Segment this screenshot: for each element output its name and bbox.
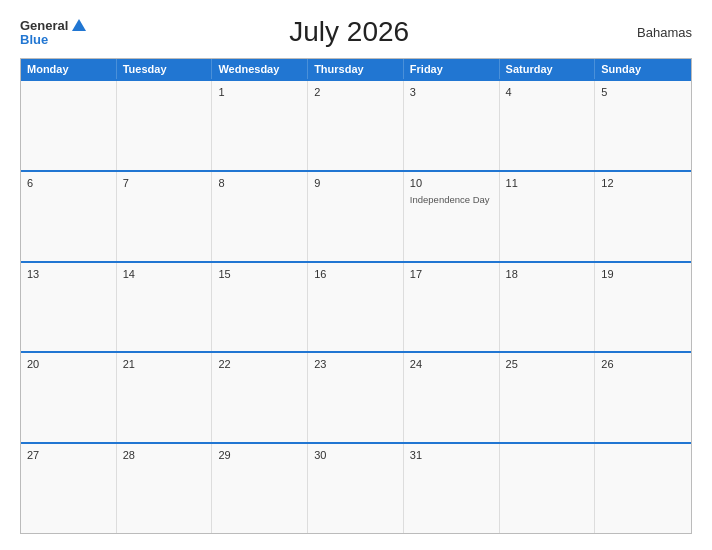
day-header-sunday: Sunday bbox=[595, 59, 691, 79]
week-row-4: 20212223242526 bbox=[21, 351, 691, 442]
day-header-tuesday: Tuesday bbox=[117, 59, 213, 79]
day-cell: 30 bbox=[308, 444, 404, 533]
weeks-container: 12345678910Independence Day1112131415161… bbox=[21, 79, 691, 533]
day-number: 8 bbox=[218, 177, 301, 189]
day-cell: 10Independence Day bbox=[404, 172, 500, 261]
day-cell: 29 bbox=[212, 444, 308, 533]
day-cell: 7 bbox=[117, 172, 213, 261]
day-cell bbox=[500, 444, 596, 533]
day-cell: 23 bbox=[308, 353, 404, 442]
day-headers-row: MondayTuesdayWednesdayThursdayFridaySatu… bbox=[21, 59, 691, 79]
day-number: 12 bbox=[601, 177, 685, 189]
day-cell: 6 bbox=[21, 172, 117, 261]
day-cell: 18 bbox=[500, 263, 596, 352]
day-cell: 4 bbox=[500, 81, 596, 170]
day-cell: 24 bbox=[404, 353, 500, 442]
day-cell: 11 bbox=[500, 172, 596, 261]
day-number: 22 bbox=[218, 358, 301, 370]
week-row-5: 2728293031 bbox=[21, 442, 691, 533]
day-cell: 21 bbox=[117, 353, 213, 442]
day-number: 21 bbox=[123, 358, 206, 370]
day-number: 27 bbox=[27, 449, 110, 461]
day-cell: 26 bbox=[595, 353, 691, 442]
day-number: 19 bbox=[601, 268, 685, 280]
day-cell bbox=[21, 81, 117, 170]
day-header-saturday: Saturday bbox=[500, 59, 596, 79]
day-number: 2 bbox=[314, 86, 397, 98]
day-number: 23 bbox=[314, 358, 397, 370]
day-event: Independence Day bbox=[410, 194, 493, 206]
day-header-friday: Friday bbox=[404, 59, 500, 79]
day-cell: 27 bbox=[21, 444, 117, 533]
day-number: 18 bbox=[506, 268, 589, 280]
day-number: 7 bbox=[123, 177, 206, 189]
day-header-thursday: Thursday bbox=[308, 59, 404, 79]
day-cell: 14 bbox=[117, 263, 213, 352]
logo-triangle-icon bbox=[72, 19, 86, 31]
day-cell: 20 bbox=[21, 353, 117, 442]
day-cell: 2 bbox=[308, 81, 404, 170]
day-cell: 13 bbox=[21, 263, 117, 352]
day-cell: 8 bbox=[212, 172, 308, 261]
day-number: 14 bbox=[123, 268, 206, 280]
day-number: 10 bbox=[410, 177, 493, 189]
day-cell: 31 bbox=[404, 444, 500, 533]
day-number: 28 bbox=[123, 449, 206, 461]
day-number: 30 bbox=[314, 449, 397, 461]
day-cell: 17 bbox=[404, 263, 500, 352]
logo: General Blue bbox=[20, 19, 86, 46]
logo-general-text: General bbox=[20, 19, 86, 32]
day-number: 4 bbox=[506, 86, 589, 98]
country-label: Bahamas bbox=[612, 25, 692, 40]
day-cell: 28 bbox=[117, 444, 213, 533]
week-row-3: 13141516171819 bbox=[21, 261, 691, 352]
header: General Blue July 2026 Bahamas bbox=[20, 16, 692, 48]
week-row-1: 12345 bbox=[21, 79, 691, 170]
day-cell: 3 bbox=[404, 81, 500, 170]
day-cell: 19 bbox=[595, 263, 691, 352]
day-number: 29 bbox=[218, 449, 301, 461]
day-cell bbox=[595, 444, 691, 533]
day-number: 5 bbox=[601, 86, 685, 98]
week-row-2: 678910Independence Day1112 bbox=[21, 170, 691, 261]
day-cell: 25 bbox=[500, 353, 596, 442]
day-number: 9 bbox=[314, 177, 397, 189]
day-cell: 5 bbox=[595, 81, 691, 170]
day-cell bbox=[117, 81, 213, 170]
day-number: 16 bbox=[314, 268, 397, 280]
day-cell: 12 bbox=[595, 172, 691, 261]
day-cell: 15 bbox=[212, 263, 308, 352]
calendar-grid: MondayTuesdayWednesdayThursdayFridaySatu… bbox=[20, 58, 692, 534]
day-number: 1 bbox=[218, 86, 301, 98]
day-number: 6 bbox=[27, 177, 110, 189]
day-number: 13 bbox=[27, 268, 110, 280]
day-cell: 16 bbox=[308, 263, 404, 352]
day-cell: 1 bbox=[212, 81, 308, 170]
day-number: 26 bbox=[601, 358, 685, 370]
day-header-monday: Monday bbox=[21, 59, 117, 79]
day-number: 31 bbox=[410, 449, 493, 461]
day-number: 11 bbox=[506, 177, 589, 189]
day-header-wednesday: Wednesday bbox=[212, 59, 308, 79]
day-number: 15 bbox=[218, 268, 301, 280]
day-number: 24 bbox=[410, 358, 493, 370]
day-cell: 22 bbox=[212, 353, 308, 442]
calendar-page: General Blue July 2026 Bahamas MondayTue… bbox=[0, 0, 712, 550]
logo-blue-text: Blue bbox=[20, 33, 48, 46]
day-number: 25 bbox=[506, 358, 589, 370]
month-title: July 2026 bbox=[86, 16, 612, 48]
day-number: 17 bbox=[410, 268, 493, 280]
day-number: 20 bbox=[27, 358, 110, 370]
day-number: 3 bbox=[410, 86, 493, 98]
day-cell: 9 bbox=[308, 172, 404, 261]
